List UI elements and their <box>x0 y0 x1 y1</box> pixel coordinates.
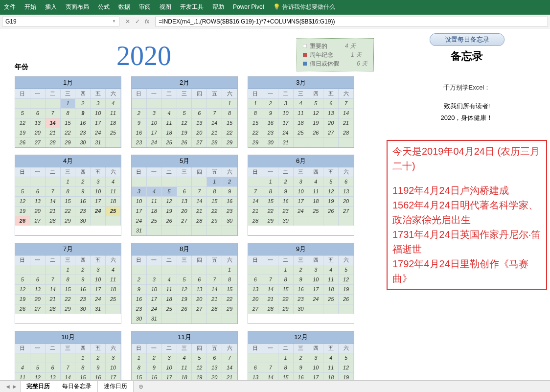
day-cell[interactable]: 3 <box>91 177 106 186</box>
dropdown-icon[interactable]: ▼ <box>112 19 116 23</box>
ribbon-tab[interactable]: 视图 <box>160 3 171 11</box>
day-cell[interactable]: 25 <box>308 206 323 216</box>
day-cell[interactable]: 22 <box>222 128 237 138</box>
day-cell[interactable]: 31 <box>91 138 106 147</box>
day-cell[interactable] <box>207 226 222 235</box>
day-cell[interactable]: 17 <box>132 206 147 216</box>
day-cell[interactable]: 7 <box>46 275 61 284</box>
day-cell[interactable]: 4 <box>162 108 177 118</box>
tell-me-text[interactable]: 告诉我你想要做什么 <box>282 3 335 11</box>
day-cell[interactable] <box>106 138 121 147</box>
day-cell[interactable] <box>162 226 177 235</box>
day-cell[interactable]: 12 <box>308 108 323 118</box>
day-cell[interactable]: 21 <box>207 294 222 304</box>
day-cell[interactable]: 11 <box>106 186 121 196</box>
day-cell[interactable]: 13 <box>30 118 46 128</box>
day-cell[interactable]: 10 <box>308 275 323 284</box>
day-cell[interactable]: 20 <box>339 196 354 206</box>
day-cell[interactable]: 12 <box>15 196 30 206</box>
day-cell[interactable] <box>162 98 177 108</box>
day-cell[interactable]: 5 <box>323 177 339 186</box>
day-cell[interactable]: 11 <box>323 275 339 284</box>
day-cell[interactable]: 4 <box>162 275 177 284</box>
day-cell[interactable]: 4 <box>147 186 162 196</box>
day-cell[interactable]: 27 <box>248 304 263 314</box>
day-cell[interactable] <box>323 138 339 147</box>
day-cell[interactable]: 18 <box>308 196 323 206</box>
day-cell[interactable]: 9 <box>75 275 91 284</box>
day-cell[interactable]: 30 <box>132 314 147 323</box>
day-cell[interactable]: 17 <box>278 118 294 128</box>
day-cell[interactable]: 7 <box>46 108 61 118</box>
day-cell[interactable]: 1 <box>61 177 76 186</box>
day-cell[interactable]: 26 <box>15 304 30 314</box>
day-cell[interactable] <box>147 177 162 186</box>
day-cell[interactable]: 3 <box>278 98 294 108</box>
day-cell[interactable]: 15 <box>132 372 147 381</box>
day-cell[interactable]: 17 <box>91 284 106 294</box>
day-cell[interactable]: 17 <box>147 294 162 304</box>
day-cell[interactable] <box>162 177 177 186</box>
day-cell[interactable]: 13 <box>177 196 192 206</box>
day-cell[interactable]: 15 <box>263 196 278 206</box>
day-cell[interactable]: 5 <box>339 265 354 275</box>
day-cell[interactable] <box>263 265 278 275</box>
day-cell[interactable]: 11 <box>15 372 30 381</box>
day-cell[interactable]: 20 <box>30 206 46 216</box>
day-cell[interactable]: 30 <box>75 304 91 314</box>
day-cell[interactable]: 18 <box>106 196 121 206</box>
ribbon-tab[interactable]: 文件 <box>4 3 16 11</box>
day-cell[interactable]: 12 <box>162 196 177 206</box>
day-cell[interactable]: 23 <box>132 304 147 314</box>
worksheet[interactable]: 年份 2020 重要的4 天周年纪念1 天假日或休假6 天 1月日一二三四五六1… <box>0 28 384 381</box>
day-cell[interactable]: 13 <box>248 284 263 294</box>
day-cell[interactable]: 29 <box>61 216 76 226</box>
sheet-tab[interactable]: 每日备忘录 <box>56 380 98 392</box>
day-cell[interactable]: 5 <box>15 108 30 118</box>
day-cell[interactable]: 13 <box>46 372 61 381</box>
day-cell[interactable]: 30 <box>75 216 91 226</box>
day-cell[interactable]: 28 <box>46 304 61 314</box>
day-cell[interactable]: 19 <box>15 128 30 138</box>
confirm-icon[interactable]: ✓ <box>135 18 140 25</box>
day-cell[interactable]: 4 <box>308 177 323 186</box>
day-cell[interactable]: 9 <box>147 363 162 372</box>
day-cell[interactable]: 4 <box>15 363 30 372</box>
day-cell[interactable]: 24 <box>294 206 309 216</box>
day-cell[interactable]: 6 <box>192 108 207 118</box>
day-cell[interactable] <box>248 353 263 363</box>
day-cell[interactable] <box>30 177 46 186</box>
day-cell[interactable] <box>308 304 323 314</box>
day-cell[interactable]: 18 <box>294 118 309 128</box>
day-cell[interactable]: 3 <box>147 108 162 118</box>
day-cell[interactable]: 10 <box>147 284 162 294</box>
day-cell[interactable]: 13 <box>339 186 354 196</box>
day-cell[interactable]: 21 <box>222 372 237 381</box>
day-cell[interactable]: 7 <box>263 363 278 372</box>
day-cell[interactable]: 20 <box>30 128 46 138</box>
day-cell[interactable] <box>339 216 354 226</box>
day-cell[interactable]: 15 <box>222 284 237 294</box>
day-cell[interactable]: 8 <box>75 363 91 372</box>
day-cell[interactable]: 9 <box>294 363 309 372</box>
day-cell[interactable]: 31 <box>91 304 106 314</box>
day-cell[interactable]: 12 <box>192 363 207 372</box>
day-cell[interactable]: 24 <box>278 128 294 138</box>
day-cell[interactable]: 2 <box>91 353 106 363</box>
day-cell[interactable]: 20 <box>30 294 46 304</box>
day-cell[interactable]: 8 <box>263 186 278 196</box>
day-cell[interactable]: 26 <box>15 216 30 226</box>
day-cell[interactable]: 15 <box>61 118 76 128</box>
day-cell[interactable]: 19 <box>177 294 192 304</box>
day-cell[interactable]: 12 <box>339 275 354 284</box>
day-cell[interactable]: 10 <box>162 363 177 372</box>
day-cell[interactable]: 3 <box>308 265 323 275</box>
day-cell[interactable]: 16 <box>132 294 147 304</box>
day-cell[interactable] <box>30 353 46 363</box>
day-cell[interactable]: 16 <box>147 372 162 381</box>
day-cell[interactable]: 24 <box>147 138 162 147</box>
day-cell[interactable]: 14 <box>192 196 207 206</box>
day-cell[interactable]: 7 <box>207 108 222 118</box>
day-cell[interactable]: 8 <box>132 363 147 372</box>
prev-sheet-icon[interactable]: ◄ <box>5 383 11 390</box>
